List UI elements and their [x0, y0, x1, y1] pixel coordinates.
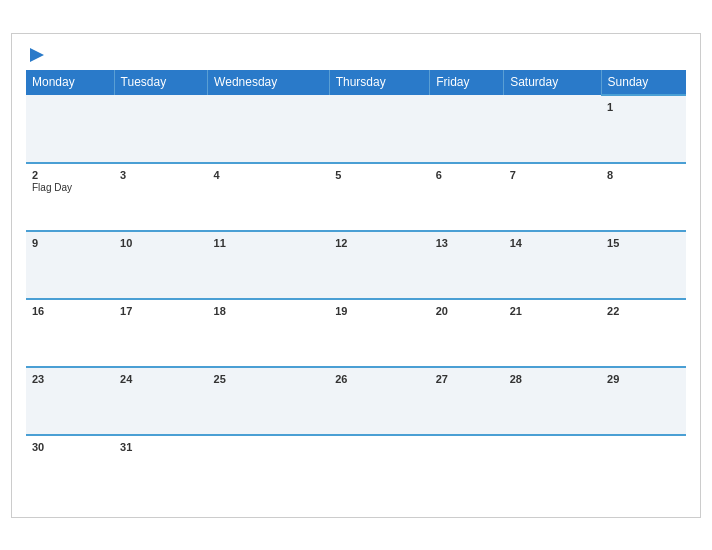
calendar-cell: 2Flag Day: [26, 163, 114, 231]
day-number: 6: [436, 169, 498, 181]
calendar-cell: 6: [430, 163, 504, 231]
calendar-cell: [208, 95, 330, 163]
day-number: 26: [335, 373, 424, 385]
calendar-cell: 19: [329, 299, 430, 367]
day-number: 4: [214, 169, 324, 181]
weekday-header-tuesday: Tuesday: [114, 70, 208, 95]
calendar-cell: [208, 435, 330, 503]
calendar-cell: 13: [430, 231, 504, 299]
calendar-cell: 26: [329, 367, 430, 435]
day-number: 11: [214, 237, 324, 249]
day-number: 2: [32, 169, 108, 181]
day-number: 31: [120, 441, 202, 453]
calendar-cell: 31: [114, 435, 208, 503]
day-number: 15: [607, 237, 680, 249]
day-event: Flag Day: [32, 182, 108, 193]
day-number: 29: [607, 373, 680, 385]
calendar-cell: 4: [208, 163, 330, 231]
calendar-cell: [430, 95, 504, 163]
week-row-1: 1: [26, 95, 686, 163]
calendar-body: 12Flag Day345678910111213141516171819202…: [26, 95, 686, 503]
calendar-cell: 15: [601, 231, 686, 299]
day-number: 23: [32, 373, 108, 385]
calendar-cell: 30: [26, 435, 114, 503]
calendar-cell: 28: [504, 367, 601, 435]
day-number: 28: [510, 373, 595, 385]
day-number: 25: [214, 373, 324, 385]
calendar-cell: 24: [114, 367, 208, 435]
weekday-header-thursday: Thursday: [329, 70, 430, 95]
day-number: 19: [335, 305, 424, 317]
calendar-cell: 21: [504, 299, 601, 367]
day-number: 27: [436, 373, 498, 385]
calendar-cell: 7: [504, 163, 601, 231]
calendar-cell: 10: [114, 231, 208, 299]
calendar-cell: 23: [26, 367, 114, 435]
week-row-6: 3031: [26, 435, 686, 503]
calendar-cell: 8: [601, 163, 686, 231]
day-number: 7: [510, 169, 595, 181]
calendar-cell: 5: [329, 163, 430, 231]
day-number: 30: [32, 441, 108, 453]
calendar-cell: 14: [504, 231, 601, 299]
day-number: 18: [214, 305, 324, 317]
calendar-cell: [601, 435, 686, 503]
calendar-cell: 27: [430, 367, 504, 435]
calendar-cell: 18: [208, 299, 330, 367]
day-number: 17: [120, 305, 202, 317]
logo-flag-icon: [28, 46, 46, 64]
day-number: 20: [436, 305, 498, 317]
weekday-header-monday: Monday: [26, 70, 114, 95]
weekday-header-sunday: Sunday: [601, 70, 686, 95]
calendar-cell: 16: [26, 299, 114, 367]
calendar-cell: 20: [430, 299, 504, 367]
calendar-thead: MondayTuesdayWednesdayThursdayFridaySatu…: [26, 70, 686, 95]
svg-marker-0: [30, 48, 44, 62]
calendar-cell: [329, 95, 430, 163]
calendar-cell: [504, 435, 601, 503]
day-number: 22: [607, 305, 680, 317]
calendar-cell: [26, 95, 114, 163]
week-row-4: 16171819202122: [26, 299, 686, 367]
calendar-cell: 3: [114, 163, 208, 231]
day-number: 21: [510, 305, 595, 317]
week-row-5: 23242526272829: [26, 367, 686, 435]
calendar-cell: [329, 435, 430, 503]
day-number: 12: [335, 237, 424, 249]
week-row-2: 2Flag Day345678: [26, 163, 686, 231]
day-number: 8: [607, 169, 680, 181]
calendar-cell: 12: [329, 231, 430, 299]
calendar-cell: 25: [208, 367, 330, 435]
day-number: 5: [335, 169, 424, 181]
day-number: 14: [510, 237, 595, 249]
day-number: 9: [32, 237, 108, 249]
day-number: 16: [32, 305, 108, 317]
day-number: 3: [120, 169, 202, 181]
day-number: 1: [607, 101, 680, 113]
calendar-cell: [114, 95, 208, 163]
day-number: 24: [120, 373, 202, 385]
weekday-header-row: MondayTuesdayWednesdayThursdayFridaySatu…: [26, 70, 686, 95]
calendar-cell: 17: [114, 299, 208, 367]
calendar-cell: 22: [601, 299, 686, 367]
logo: [26, 44, 46, 64]
calendar-cell: 11: [208, 231, 330, 299]
calendar-cell: 29: [601, 367, 686, 435]
calendar-cell: [430, 435, 504, 503]
weekday-header-saturday: Saturday: [504, 70, 601, 95]
calendar-cell: 9: [26, 231, 114, 299]
calendar-cell: 1: [601, 95, 686, 163]
week-row-3: 9101112131415: [26, 231, 686, 299]
weekday-header-wednesday: Wednesday: [208, 70, 330, 95]
day-number: 13: [436, 237, 498, 249]
calendar-cell: [504, 95, 601, 163]
day-number: 10: [120, 237, 202, 249]
calendar-table: MondayTuesdayWednesdayThursdayFridaySatu…: [26, 70, 686, 503]
calendar-container: MondayTuesdayWednesdayThursdayFridaySatu…: [11, 33, 701, 518]
calendar-header: [26, 44, 686, 64]
weekday-header-friday: Friday: [430, 70, 504, 95]
